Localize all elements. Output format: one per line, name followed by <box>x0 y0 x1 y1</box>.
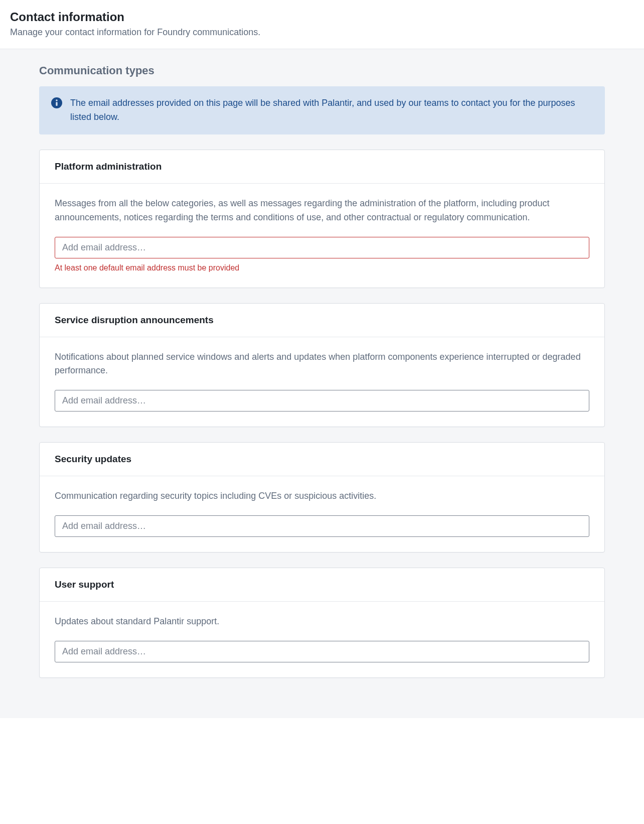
card-body: Messages from all the below categories, … <box>40 184 604 288</box>
info-callout-text: The email addresses provided on this pag… <box>70 96 593 124</box>
card-description: Communication regarding security topics … <box>55 489 589 503</box>
card-title: User support <box>55 579 589 590</box>
card-title: Service disruption announcements <box>55 315 589 326</box>
card-body: Updates about standard Palantir support. <box>40 602 604 677</box>
card-header: Security updates <box>40 443 604 476</box>
info-icon <box>51 97 62 108</box>
email-input-security-updates[interactable] <box>55 515 589 537</box>
card-description: Updates about standard Palantir support. <box>55 615 589 629</box>
svg-rect-2 <box>56 102 57 106</box>
error-message: At least one default email address must … <box>55 263 589 272</box>
card-header: Service disruption announcements <box>40 304 604 337</box>
category-card-service-disruption: Service disruption announcements Notific… <box>39 303 605 428</box>
section-heading: Communication types <box>39 64 605 77</box>
card-body: Notifications about planned service wind… <box>40 337 604 427</box>
page-header: Contact information Manage your contact … <box>0 0 644 49</box>
card-header: Platform administration <box>40 150 604 184</box>
email-input-user-support[interactable] <box>55 641 589 662</box>
card-description: Notifications about planned service wind… <box>55 350 589 378</box>
card-title: Security updates <box>55 454 589 465</box>
category-card-user-support: User support Updates about standard Pala… <box>39 568 605 678</box>
email-input-platform-administration[interactable] <box>55 237 589 258</box>
info-callout: The email addresses provided on this pag… <box>39 86 605 134</box>
card-title: Platform administration <box>55 161 589 172</box>
card-header: User support <box>40 568 604 602</box>
category-card-platform-administration: Platform administration Messages from al… <box>39 150 605 288</box>
card-body: Communication regarding security topics … <box>40 476 604 552</box>
svg-point-1 <box>56 99 58 101</box>
email-input-service-disruption[interactable] <box>55 390 589 411</box>
category-card-security-updates: Security updates Communication regarding… <box>39 442 605 553</box>
communication-types-section: Communication types The email addresses … <box>0 49 644 718</box>
page-title: Contact information <box>10 10 634 24</box>
page-subtitle: Manage your contact information for Foun… <box>10 27 634 38</box>
card-description: Messages from all the below categories, … <box>55 197 589 225</box>
